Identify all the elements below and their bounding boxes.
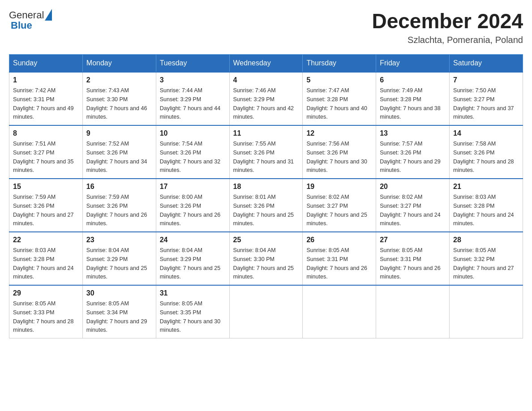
day-info: Sunrise: 7:55 AMSunset: 3:26 PMDaylight:… (233, 141, 294, 173)
day-number: 19 (306, 183, 372, 191)
day-number: 15 (13, 183, 79, 191)
day-info: Sunrise: 8:03 AMSunset: 3:28 PMDaylight:… (13, 247, 74, 280)
day-number: 5 (306, 76, 372, 84)
day-info: Sunrise: 8:05 AMSunset: 3:31 PMDaylight:… (306, 247, 367, 280)
day-info: Sunrise: 7:44 AMSunset: 3:29 PMDaylight:… (160, 87, 221, 120)
table-row: 27 Sunrise: 8:05 AMSunset: 3:31 PMDaylig… (376, 232, 450, 285)
day-info: Sunrise: 8:04 AMSunset: 3:29 PMDaylight:… (160, 247, 221, 280)
day-number: 30 (86, 289, 152, 297)
calendar-week-row: 22 Sunrise: 8:03 AMSunset: 3:28 PMDaylig… (9, 232, 523, 285)
day-number: 29 (13, 289, 79, 297)
day-number: 24 (160, 236, 226, 244)
day-number: 26 (306, 236, 372, 244)
table-row: 6 Sunrise: 7:49 AMSunset: 3:28 PMDayligh… (376, 72, 450, 125)
table-row (450, 285, 523, 338)
table-row (303, 285, 376, 338)
day-number: 3 (160, 76, 226, 84)
day-info: Sunrise: 7:52 AMSunset: 3:26 PMDaylight:… (86, 141, 147, 173)
table-row: 25 Sunrise: 8:04 AMSunset: 3:30 PMDaylig… (229, 232, 303, 285)
table-row: 4 Sunrise: 7:46 AMSunset: 3:29 PMDayligh… (229, 72, 303, 125)
day-info: Sunrise: 8:05 AMSunset: 3:32 PMDaylight:… (453, 247, 514, 280)
day-number: 16 (86, 183, 152, 191)
day-number: 10 (160, 129, 226, 137)
day-number: 8 (13, 129, 79, 137)
day-info: Sunrise: 8:04 AMSunset: 3:30 PMDaylight:… (233, 247, 294, 280)
table-row (229, 285, 303, 338)
table-row: 30 Sunrise: 8:05 AMSunset: 3:34 PMDaylig… (82, 285, 156, 338)
day-number: 27 (380, 236, 446, 244)
day-number: 22 (13, 236, 79, 244)
table-row: 19 Sunrise: 8:02 AMSunset: 3:27 PMDaylig… (303, 179, 376, 232)
day-info: Sunrise: 7:59 AMSunset: 3:26 PMDaylight:… (86, 194, 147, 227)
day-number: 31 (160, 289, 226, 297)
day-info: Sunrise: 7:50 AMSunset: 3:27 PMDaylight:… (453, 87, 514, 120)
day-info: Sunrise: 7:43 AMSunset: 3:30 PMDaylight:… (86, 87, 147, 120)
day-info: Sunrise: 7:59 AMSunset: 3:26 PMDaylight:… (13, 194, 74, 227)
day-number: 6 (380, 76, 446, 84)
day-info: Sunrise: 8:05 AMSunset: 3:31 PMDaylight:… (380, 247, 441, 280)
table-row: 9 Sunrise: 7:52 AMSunset: 3:26 PMDayligh… (82, 125, 156, 179)
header-thursday: Thursday (303, 55, 376, 73)
table-row: 1 Sunrise: 7:42 AMSunset: 3:31 PMDayligh… (9, 72, 83, 125)
day-info: Sunrise: 8:05 AMSunset: 3:33 PMDaylight:… (13, 300, 74, 333)
logo-blue-text: Blue (11, 20, 32, 31)
day-number: 18 (233, 183, 299, 191)
table-row: 14 Sunrise: 7:58 AMSunset: 3:26 PMDaylig… (450, 125, 523, 179)
day-number: 12 (306, 129, 372, 137)
table-row: 22 Sunrise: 8:03 AMSunset: 3:28 PMDaylig… (9, 232, 83, 285)
day-number: 7 (453, 76, 519, 84)
day-info: Sunrise: 8:02 AMSunset: 3:27 PMDaylight:… (306, 194, 367, 227)
day-number: 25 (233, 236, 299, 244)
day-info: Sunrise: 8:01 AMSunset: 3:26 PMDaylight:… (233, 194, 294, 227)
day-info: Sunrise: 7:49 AMSunset: 3:28 PMDaylight:… (380, 87, 441, 120)
table-row: 5 Sunrise: 7:47 AMSunset: 3:28 PMDayligh… (303, 72, 376, 125)
day-info: Sunrise: 8:00 AMSunset: 3:26 PMDaylight:… (160, 194, 221, 227)
table-row: 13 Sunrise: 7:57 AMSunset: 3:26 PMDaylig… (376, 125, 450, 179)
day-number: 17 (160, 183, 226, 191)
day-info: Sunrise: 8:04 AMSunset: 3:29 PMDaylight:… (86, 247, 147, 280)
day-number: 28 (453, 236, 519, 244)
header-wednesday: Wednesday (229, 55, 303, 73)
table-row: 26 Sunrise: 8:05 AMSunset: 3:31 PMDaylig… (303, 232, 376, 285)
table-row: 16 Sunrise: 7:59 AMSunset: 3:26 PMDaylig… (82, 179, 156, 232)
day-number: 21 (453, 183, 519, 191)
table-row: 15 Sunrise: 7:59 AMSunset: 3:26 PMDaylig… (9, 179, 83, 232)
header-tuesday: Tuesday (156, 55, 229, 73)
day-info: Sunrise: 8:03 AMSunset: 3:28 PMDaylight:… (453, 194, 514, 227)
day-info: Sunrise: 7:56 AMSunset: 3:26 PMDaylight:… (306, 141, 367, 173)
day-number: 11 (233, 129, 299, 137)
calendar-week-row: 29 Sunrise: 8:05 AMSunset: 3:33 PMDaylig… (9, 285, 523, 338)
table-row: 10 Sunrise: 7:54 AMSunset: 3:26 PMDaylig… (156, 125, 229, 179)
logo: General Blue (9, 9, 52, 31)
table-row: 7 Sunrise: 7:50 AMSunset: 3:27 PMDayligh… (450, 72, 523, 125)
table-row: 18 Sunrise: 8:01 AMSunset: 3:26 PMDaylig… (229, 179, 303, 232)
month-title: December 2024 (372, 9, 523, 33)
header-saturday: Saturday (450, 55, 523, 73)
header-friday: Friday (376, 55, 450, 73)
header-monday: Monday (82, 55, 156, 73)
table-row: 11 Sunrise: 7:55 AMSunset: 3:26 PMDaylig… (229, 125, 303, 179)
calendar-week-row: 15 Sunrise: 7:59 AMSunset: 3:26 PMDaylig… (9, 179, 523, 232)
header-sunday: Sunday (9, 55, 83, 73)
day-info: Sunrise: 7:54 AMSunset: 3:26 PMDaylight:… (160, 141, 221, 173)
table-row: 20 Sunrise: 8:02 AMSunset: 3:27 PMDaylig… (376, 179, 450, 232)
title-area: December 2024 Szlachta, Pomerania, Polan… (372, 9, 523, 45)
table-row: 23 Sunrise: 8:04 AMSunset: 3:29 PMDaylig… (82, 232, 156, 285)
day-info: Sunrise: 7:47 AMSunset: 3:28 PMDaylight:… (306, 87, 367, 120)
day-info: Sunrise: 8:02 AMSunset: 3:27 PMDaylight:… (380, 194, 441, 227)
calendar-week-row: 8 Sunrise: 7:51 AMSunset: 3:27 PMDayligh… (9, 125, 523, 179)
calendar-week-row: 1 Sunrise: 7:42 AMSunset: 3:31 PMDayligh… (9, 72, 523, 125)
day-info: Sunrise: 7:51 AMSunset: 3:27 PMDaylight:… (13, 141, 74, 173)
day-number: 13 (380, 129, 446, 137)
day-info: Sunrise: 7:42 AMSunset: 3:31 PMDaylight:… (13, 87, 74, 120)
table-row: 8 Sunrise: 7:51 AMSunset: 3:27 PMDayligh… (9, 125, 83, 179)
page-header: General Blue December 2024 Szlachta, Pom… (9, 9, 523, 45)
day-info: Sunrise: 7:46 AMSunset: 3:29 PMDaylight:… (233, 87, 294, 120)
table-row: 31 Sunrise: 8:05 AMSunset: 3:35 PMDaylig… (156, 285, 229, 338)
table-row: 2 Sunrise: 7:43 AMSunset: 3:30 PMDayligh… (82, 72, 156, 125)
calendar-table: Sunday Monday Tuesday Wednesday Thursday… (9, 54, 523, 338)
table-row: 12 Sunrise: 7:56 AMSunset: 3:26 PMDaylig… (303, 125, 376, 179)
day-number: 20 (380, 183, 446, 191)
day-number: 2 (86, 76, 152, 84)
day-number: 1 (13, 76, 79, 84)
